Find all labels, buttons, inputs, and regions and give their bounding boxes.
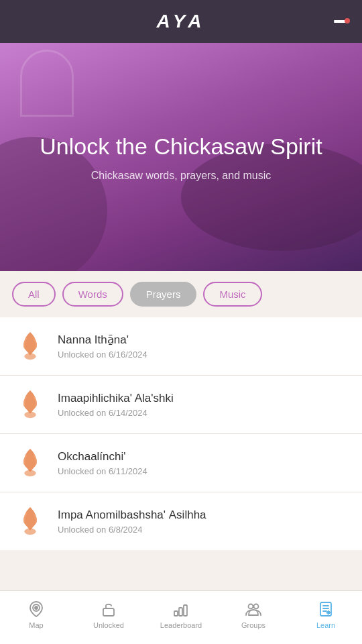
nav-leaderboard[interactable]: Leaderboard <box>145 600 217 629</box>
item-title-3: Impa Anomilbashshа' Asilhha <box>58 508 349 522</box>
menu-button[interactable] <box>334 20 349 23</box>
svg-rect-9 <box>184 605 187 616</box>
nav-groups-label: Groups <box>241 621 265 629</box>
item-text-3: Impa Anomilbashshа' Asilhha Unlocked on … <box>58 508 349 535</box>
list-item[interactable]: Nanna Ithā̱na' Unlocked on 6/16/2024 <box>0 317 362 376</box>
nav-leaderboard-label: Leaderboard <box>160 621 202 629</box>
filter-music[interactable]: Music <box>203 282 261 307</box>
svg-point-1 <box>24 412 36 419</box>
hero-decoration <box>20 50 74 117</box>
item-icon-0 <box>13 329 47 363</box>
groups-icon <box>244 600 263 619</box>
item-icon-2 <box>13 446 47 480</box>
nav-groups[interactable]: Groups <box>217 600 290 629</box>
nav-map[interactable]: Map <box>0 600 72 629</box>
item-subtitle-0: Unlocked on 6/16/2024 <box>58 350 349 360</box>
bottom-nav: Map Unlocked Leaderboard <box>0 590 362 644</box>
filter-prayers[interactable]: Prayers <box>130 282 197 307</box>
svg-point-5 <box>35 606 38 609</box>
hero-subtitle: Chickasaw words, prayers, and music <box>91 170 272 182</box>
svg-point-10 <box>249 604 253 608</box>
item-title-2: Okchaalínchi' <box>58 450 349 464</box>
hero-section: Unlock the Chickasaw Spirit Chickasaw wo… <box>0 43 362 271</box>
item-subtitle-1: Unlocked on 6/14/2024 <box>58 408 349 418</box>
item-title-0: Nanna Ithā̱na' <box>58 333 349 347</box>
item-title-1: Imaapihlichika' Ala'shki <box>58 392 349 405</box>
app-logo: AYA <box>157 11 206 32</box>
list-item[interactable]: Imaapihlichika' Ala'shki Unlocked on 6/1… <box>0 376 362 434</box>
items-list: Nanna Ithā̱na' Unlocked on 6/16/2024 Ima… <box>0 317 362 550</box>
svg-point-2 <box>24 470 36 477</box>
svg-point-0 <box>24 354 36 360</box>
svg-point-3 <box>24 529 36 535</box>
item-text-0: Nanna Ithā̱na' Unlocked on 6/16/2024 <box>58 333 349 360</box>
leaderboard-icon <box>172 600 190 619</box>
item-text-2: Okchaalínchi' Unlocked on 6/11/2024 <box>58 450 349 476</box>
nav-learn[interactable]: Learn <box>290 600 362 629</box>
map-icon <box>27 600 46 619</box>
nav-unlocked[interactable]: Unlocked <box>72 600 145 629</box>
hero-title: Unlock the Chickasaw Spirit <box>40 132 322 161</box>
item-icon-1 <box>13 388 47 421</box>
list-item[interactable]: Impa Anomilbashshа' Asilhha Unlocked on … <box>0 492 362 550</box>
unlocked-icon <box>99 600 118 619</box>
item-subtitle-3: Unlocked on 6/8/2024 <box>58 525 349 535</box>
app-header: AYA <box>0 0 362 43</box>
nav-learn-label: Learn <box>316 621 335 629</box>
learn-icon <box>316 600 335 619</box>
svg-rect-6 <box>103 608 114 616</box>
nav-unlocked-label: Unlocked <box>93 621 124 629</box>
filter-all[interactable]: All <box>12 282 56 307</box>
item-icon-3 <box>13 504 47 538</box>
filter-words[interactable]: Words <box>62 282 123 307</box>
list-item[interactable]: Okchaalínchi' Unlocked on 6/11/2024 <box>0 434 362 492</box>
item-text-1: Imaapihlichika' Ala'shki Unlocked on 6/1… <box>58 392 349 418</box>
svg-rect-7 <box>174 611 178 616</box>
item-subtitle-2: Unlocked on 6/11/2024 <box>58 466 349 476</box>
svg-rect-8 <box>179 608 182 616</box>
nav-map-label: Map <box>29 621 43 629</box>
notification-dot <box>345 18 350 23</box>
svg-point-11 <box>254 604 259 608</box>
filter-bar: All Words Prayers Music <box>0 271 362 317</box>
